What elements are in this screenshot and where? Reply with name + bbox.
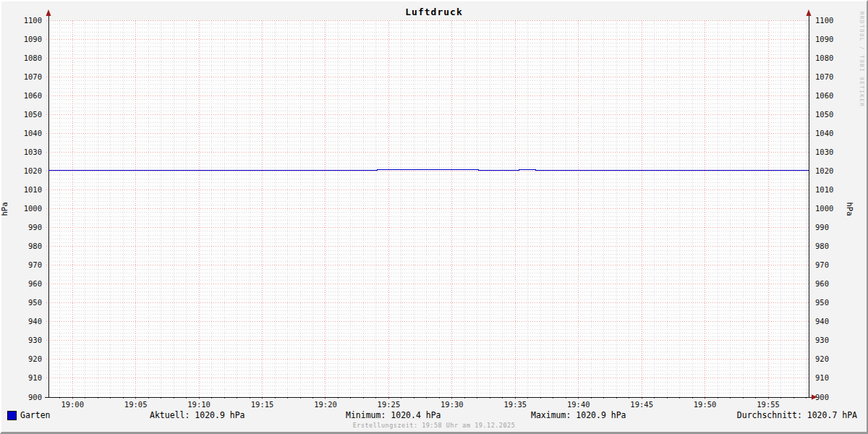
x-tick-label: 19:55 (757, 400, 780, 409)
x-tick-label: 19:25 (378, 400, 401, 409)
x-tick-label: 19:10 (187, 400, 210, 409)
x-tick-label: 19:15 (251, 400, 274, 409)
y-tick-label-right: 920 (815, 354, 829, 363)
x-tick-label: 19:20 (314, 400, 337, 409)
y-tick-label-right: 950 (815, 298, 829, 307)
y-tick-label-left: 950 (28, 298, 42, 307)
y-axis-arrow-right (807, 9, 812, 16)
y-tick-label-right: 1070 (815, 72, 833, 81)
y-tick-label-left: 930 (28, 336, 42, 344)
series-color-swatch (7, 411, 17, 420)
stat-current: Aktuell: 1020.9 hPa (150, 410, 245, 420)
y-tick-label-right: 910 (815, 373, 829, 382)
y-tick-label-left: 1090 (24, 35, 42, 43)
x-tick-label: 19:00 (61, 400, 84, 409)
x-tick-label: 19:05 (124, 400, 148, 409)
pressure-chart: Luftdruck hPa hPa RRDTOOL / TOBI OETIKER… (0, 0, 868, 434)
y-tick-label-left: 980 (28, 242, 42, 250)
y-tick-label-left: 1040 (24, 129, 42, 137)
x-tick-label: 19:35 (503, 400, 527, 409)
stat-average: Durchschnitt: 1020.7 hPA (737, 410, 857, 420)
y-tick-label-left: 1100 (24, 16, 42, 25)
y-tick-label-right: 980 (815, 242, 829, 250)
y-tick-label-right: 1050 (815, 110, 833, 119)
y-tick-label-left: 1010 (24, 185, 42, 194)
y-tick-label-right: 900 (815, 393, 829, 401)
y-tick-label-left: 900 (28, 393, 42, 401)
y-tick-label-left: 960 (28, 279, 42, 288)
y-tick-label-right: 1030 (815, 148, 833, 156)
y-tick-label-right: 1080 (815, 54, 833, 62)
x-tick-label: 19:45 (630, 400, 653, 409)
y-tick-label-right: 1040 (815, 129, 833, 137)
y-tick-label-right: 1090 (815, 35, 833, 43)
y-tick-label-left: 920 (28, 354, 42, 363)
y-tick-label-right: 1010 (815, 185, 833, 194)
y-tick-label-left: 970 (28, 260, 42, 269)
y-tick-label-right: 970 (815, 260, 829, 269)
y-tick-label-left: 1020 (24, 166, 42, 175)
y-axis-arrow-left (46, 9, 51, 16)
y-tick-label-right: 1100 (815, 16, 833, 25)
x-tick-label: 19:40 (567, 400, 590, 409)
y-tick-label-right: 930 (815, 336, 829, 344)
y-tick-label-left: 940 (28, 317, 42, 326)
y-tick-label-left: 1060 (24, 91, 42, 100)
legend-row: Garten Aktuell: 1020.9 hPa Minimum: 1020… (0, 410, 868, 421)
y-tick-label-left: 1030 (24, 148, 42, 156)
y-tick-label-right: 940 (815, 317, 829, 326)
y-tick-label-left: 990 (28, 223, 42, 231)
creation-timestamp: Erstellungszeit: 19:58 Uhr am 19.12.2025 (0, 422, 868, 429)
stat-maximum: Maximum: 1020.9 hPa (531, 410, 626, 420)
y-tick-label-left: 1000 (24, 204, 42, 213)
y-tick-label-left: 1050 (24, 110, 42, 119)
series-label: Garten (20, 410, 51, 420)
y-tick-label-right: 1000 (815, 204, 833, 213)
y-tick-label-left: 910 (28, 373, 42, 382)
y-tick-label-right: 960 (815, 279, 829, 288)
y-tick-label-right: 1060 (815, 91, 833, 100)
y-tick-label-left: 1080 (24, 54, 42, 62)
y-tick-label-right: 1020 (815, 166, 833, 175)
y-tick-label-right: 990 (815, 223, 829, 231)
plot-area: 9009009109109209209309309409409509509609… (0, 0, 868, 434)
x-tick-label: 19:30 (441, 400, 464, 409)
y-tick-label-left: 1070 (24, 72, 42, 81)
stat-minimum: Minimum: 1020.4 hPa (346, 410, 441, 420)
x-tick-label: 19:50 (694, 400, 717, 409)
